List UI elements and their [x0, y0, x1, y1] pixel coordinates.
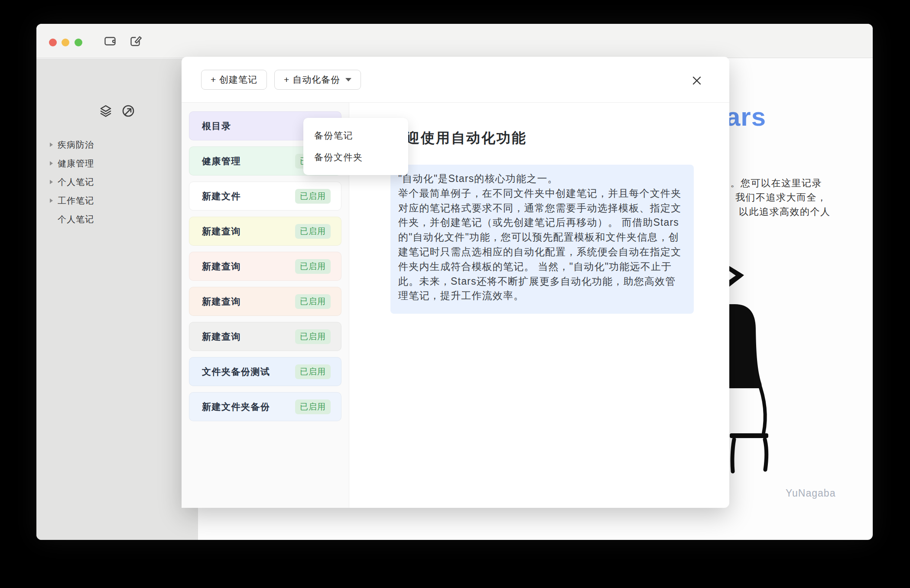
welcome-text-line: 用。您可以在这里记录	[720, 177, 822, 190]
enabled-badge: 已启用	[295, 224, 331, 239]
minimize-window-button[interactable]	[62, 39, 69, 46]
create-note-button[interactable]: + 创建笔记	[201, 70, 267, 90]
menu-item-backup-folder[interactable]: 备份文件夹	[303, 146, 408, 168]
sidebar-item-label: 健康管理	[58, 158, 94, 169]
automation-tile[interactable]: 新建查询 已启用	[189, 322, 341, 351]
close-modal-button[interactable]	[687, 71, 706, 90]
welcome-text-line: 我们不追求大而全，	[735, 191, 827, 204]
layers-icon[interactable]	[99, 104, 113, 118]
sidebar-item-work-notes[interactable]: 工作笔记	[36, 192, 198, 210]
tile-label: 新建文件夹备份	[202, 401, 270, 413]
screen: 疾病防治 健康管理 个人笔记 工作笔记 个人笔记	[0, 0, 910, 588]
titlebar	[36, 24, 873, 58]
sidebar: 疾病防治 健康管理 个人笔记 工作笔记 个人笔记	[36, 58, 198, 540]
sidebar-item-label: 个人笔记	[58, 176, 94, 188]
tile-label: 新建查询	[202, 260, 241, 273]
info-text: "自动化"是Stars的核心功能之一。 举个最简单例子，在不同文件夹中创建笔记，…	[398, 172, 686, 303]
tile-label: 新建查询	[202, 331, 241, 343]
close-window-button[interactable]	[49, 39, 57, 46]
sidebar-item-label: 工作笔记	[58, 195, 94, 207]
compose-icon[interactable]	[129, 35, 142, 48]
disclosure-triangle-icon[interactable]	[50, 198, 53, 203]
disclosure-triangle-icon[interactable]	[50, 180, 53, 184]
automation-modal: + 创建笔记 + 自动化备份 根目录	[182, 57, 729, 508]
enabled-badge: 已启用	[295, 294, 331, 309]
tile-label: 新建查询	[202, 225, 241, 237]
sidebar-item-health-management[interactable]: 健康管理	[36, 154, 198, 173]
enabled-badge: 已启用	[295, 189, 331, 204]
sidebar-item-label: 个人笔记	[58, 214, 94, 225]
tile-label: 健康管理	[202, 155, 241, 167]
sidebar-item-personal-notes-child[interactable]: 个人笔记	[36, 210, 198, 229]
app-window: 疾病防治 健康管理 个人笔记 工作笔记 个人笔记	[36, 24, 873, 540]
tile-label: 文件夹备份测试	[202, 366, 270, 378]
enabled-badge: 已启用	[295, 364, 331, 379]
share-circle-icon[interactable]	[121, 104, 135, 118]
wallet-icon[interactable]	[104, 35, 117, 48]
modal-body: 根目录 健康管理 已启用 新建文件 已启用 新建查询 已启用	[182, 103, 729, 508]
disclosure-triangle-icon[interactable]	[50, 161, 53, 166]
zoom-window-button[interactable]	[75, 39, 82, 46]
automation-tile[interactable]: 新建文件 已启用	[189, 182, 341, 211]
enabled-badge: 已启用	[295, 259, 331, 274]
automation-tile[interactable]: 文件夹备份测试 已启用	[189, 357, 341, 386]
sidebar-item-personal-notes[interactable]: 个人笔记	[36, 173, 198, 192]
enabled-badge: 已启用	[295, 329, 331, 344]
illustration-credit: YuNagaba	[786, 487, 835, 499]
modal-header: + 创建笔记 + 自动化备份	[182, 57, 729, 103]
welcome-text-line: 以此追求高效的个人	[739, 205, 831, 218]
automation-backup-dropdown-button[interactable]: + 自动化备份	[274, 70, 361, 90]
sidebar-item-label: 疾病防治	[58, 139, 94, 151]
folder-tree: 疾病防治 健康管理 个人笔记 工作笔记 个人笔记	[36, 136, 198, 229]
backup-dropdown-menu: 备份笔记 备份文件夹	[303, 118, 408, 175]
tile-label: 新建文件	[202, 190, 241, 202]
automation-tile[interactable]: 新建查询 已启用	[189, 287, 341, 316]
create-note-label: + 创建笔记	[211, 74, 257, 86]
content-heading: 欢迎使用自动化功能	[390, 129, 729, 148]
menu-item-backup-note[interactable]: 备份笔记	[303, 125, 408, 146]
info-box: "自动化"是Stars的核心功能之一。 举个最简单例子，在不同文件夹中创建笔记，…	[390, 165, 694, 314]
automation-tile[interactable]: 新建文件夹备份 已启用	[189, 392, 341, 421]
disclosure-triangle-icon[interactable]	[50, 143, 53, 147]
tile-label: 根目录	[202, 120, 231, 132]
tile-label: 新建查询	[202, 296, 241, 308]
close-icon	[691, 75, 702, 86]
chevron-down-icon	[345, 78, 351, 81]
enabled-badge: 已启用	[295, 400, 331, 414]
sidebar-item-disease-prevention[interactable]: 疾病防治	[36, 136, 198, 154]
automation-backup-label: + 自动化备份	[284, 74, 340, 86]
automation-tile[interactable]: 新建查询 已启用	[189, 217, 341, 246]
automation-tile[interactable]: 新建查询 已启用	[189, 252, 341, 281]
